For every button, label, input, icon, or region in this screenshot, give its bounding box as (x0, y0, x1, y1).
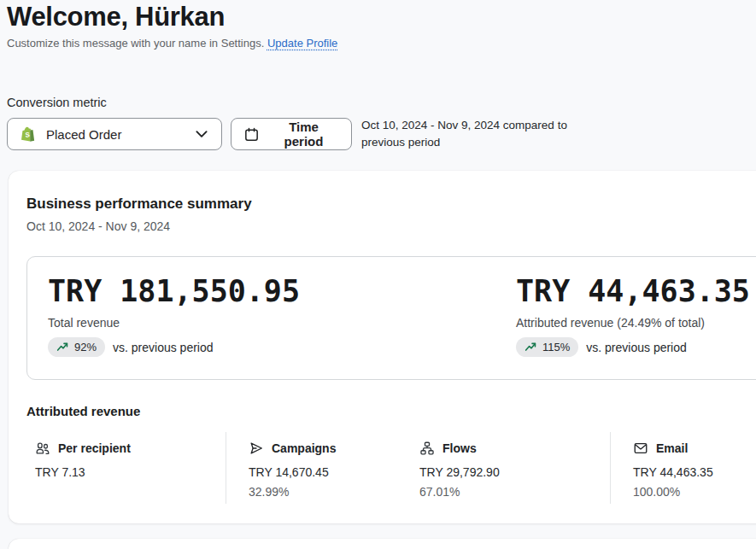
attributed-revenue-value: TRY 44,463.35 (516, 276, 750, 307)
update-profile-link[interactable]: Update Profile (267, 37, 337, 50)
channel-flows: Flows TRY 29,792.90 67.01% (419, 441, 500, 499)
change-percent: 115% (542, 341, 570, 353)
conversion-metric-value: Placed Order (46, 127, 121, 142)
next-card-partial (9, 539, 756, 549)
people-icon (35, 441, 50, 456)
channel-value: TRY 7.13 (35, 465, 131, 479)
channel-label: Campaigns (272, 441, 336, 455)
vertical-divider (610, 432, 611, 504)
channel-percent: 67.01% (419, 485, 500, 499)
channel-per-recipient: Per recipient TRY 7.13 (35, 441, 131, 485)
time-period-button[interactable]: Time period (231, 118, 352, 150)
trend-up-icon (525, 341, 537, 353)
page-title: Welcome, Hürkan (7, 2, 225, 32)
page-subtitle: Customize this message with your name in… (7, 37, 337, 50)
total-revenue-metric: TRY 181,550.95 Total revenue 92% vs. pre… (48, 276, 300, 357)
channel-value: TRY 44,463.35 (633, 465, 713, 479)
channel-email: Email TRY 44,463.35 100.00% (633, 441, 713, 499)
total-revenue-label: Total revenue (48, 316, 300, 330)
channel-campaigns: Campaigns TRY 14,670.45 32.99% (249, 441, 336, 499)
flow-icon (419, 441, 435, 456)
conversion-metric-label: Conversion metric (7, 96, 107, 109)
vertical-divider (226, 432, 226, 504)
send-icon (249, 441, 264, 456)
trend-up-icon (56, 341, 69, 353)
attributed-revenue-heading: Attributed revenue (26, 404, 140, 418)
channel-label: Flows (442, 441, 477, 455)
chevron-down-icon (194, 126, 209, 142)
dashboard-page: Welcome, Hürkan Customize this message w… (0, 0, 756, 549)
card-title: Business performance summary (26, 196, 252, 213)
channel-percent: 100.00% (633, 485, 713, 499)
change-percent: 92% (74, 341, 97, 353)
attributed-revenue-label: Attributed revenue (24.49% of total) (516, 316, 750, 330)
conversion-metric-dropdown[interactable]: S Placed Order (7, 118, 222, 150)
total-revenue-value: TRY 181,550.95 (48, 276, 300, 307)
attributed-revenue-breakdown: Per recipient TRY 7.13 Campaigns TRY 14,… (35, 432, 756, 511)
business-performance-card: Business performance summary Oct 10, 202… (9, 171, 756, 523)
attributed-revenue-change-badge: 115% (516, 337, 578, 357)
total-revenue-change-badge: 92% (48, 337, 105, 357)
shopify-icon: S (20, 126, 37, 143)
svg-text:S: S (25, 131, 30, 139)
comparison-period-text: Oct 10, 2024 - Nov 9, 2024 compared to p… (361, 117, 582, 151)
revenue-metrics-box: TRY 181,550.95 Total revenue 92% vs. pre… (26, 256, 756, 380)
change-suffix: vs. previous period (586, 341, 687, 354)
card-date-range: Oct 10, 2024 - Nov 9, 2024 (26, 219, 170, 233)
attributed-revenue-metric: TRY 44,463.35 Attributed revenue (24.49%… (516, 276, 750, 357)
subtitle-text: Customize this message with your name in… (7, 37, 264, 50)
channel-value: TRY 14,670.45 (249, 465, 336, 479)
calendar-icon (243, 126, 260, 143)
email-icon (633, 441, 648, 456)
channel-label: Email (656, 441, 688, 455)
change-suffix: vs. previous period (113, 341, 214, 354)
channel-label: Per recipient (58, 441, 131, 455)
time-period-label: Time period (268, 120, 339, 149)
channel-value: TRY 29,792.90 (419, 465, 500, 479)
channel-percent: 32.99% (249, 485, 336, 499)
